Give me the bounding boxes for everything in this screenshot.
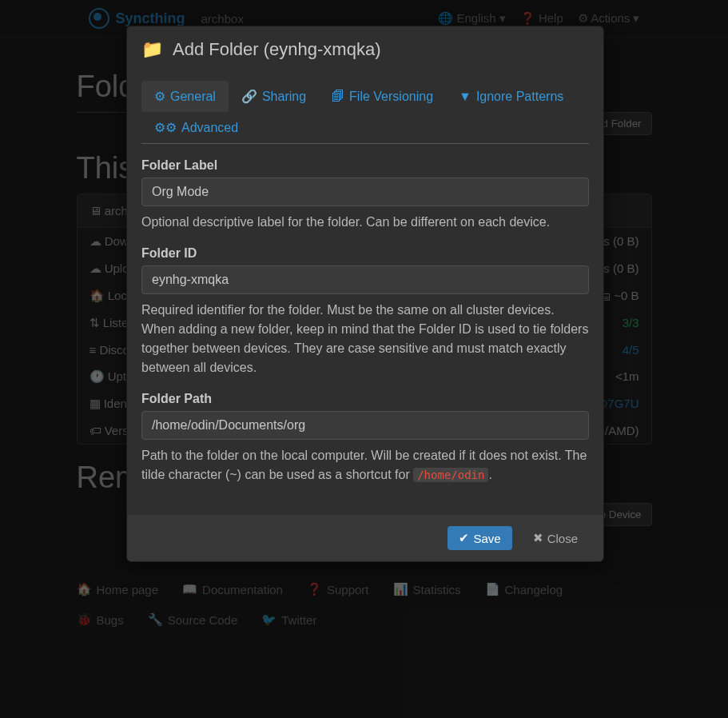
gears-icon: ⚙⚙ — [154, 120, 177, 135]
tab-advanced[interactable]: ⚙⚙ Advanced — [141, 112, 251, 143]
filter-icon: ▼ — [459, 90, 471, 104]
folder-id-label: Folder ID — [141, 246, 589, 261]
close-button[interactable]: ✖ Close — [522, 526, 589, 550]
check-icon: ✔ — [459, 531, 469, 545]
close-icon: ✖ — [533, 531, 543, 545]
share-icon: 🔗 — [241, 89, 257, 104]
folder-id-input[interactable] — [141, 265, 589, 294]
tab-sharing-label: Sharing — [262, 90, 306, 104]
add-folder-modal: 📁 Add Folder (eynhg-xmqka) ⚙ General 🔗 S… — [126, 26, 604, 562]
close-label: Close — [547, 532, 578, 545]
folder-label-input[interactable] — [141, 178, 589, 206]
tab-general[interactable]: ⚙ General — [141, 81, 229, 112]
copy-icon: 🗐 — [332, 90, 344, 104]
save-button[interactable]: ✔ Save — [448, 526, 511, 550]
tab-sharing[interactable]: 🔗 Sharing — [229, 81, 319, 112]
folder-path-help: Path to the folder on the local computer… — [141, 446, 589, 485]
save-label: Save — [473, 532, 500, 545]
folder-path-label: Folder Path — [141, 392, 589, 406]
tab-versioning-label: File Versioning — [349, 90, 433, 104]
tab-general-label: General — [170, 90, 216, 104]
folder-path-input[interactable] — [141, 411, 589, 440]
modal-tabs: ⚙ General 🔗 Sharing 🗐 File Versioning ▼ … — [141, 81, 589, 144]
tab-ignore[interactable]: ▼ Ignore Patterns — [446, 81, 576, 112]
modal-header: 📁 Add Folder (eynhg-xmqka) — [127, 26, 603, 73]
folder-id-help: Required identifier for the folder. Must… — [141, 301, 589, 377]
modal-title: Add Folder — [173, 39, 259, 59]
gear-icon: ⚙ — [154, 89, 165, 104]
folder-path-help-code: /home/odin — [413, 468, 488, 482]
modal-footer: ✔ Save ✖ Close — [127, 515, 603, 561]
folder-label-help: Optional descriptive label for the folde… — [141, 213, 589, 232]
tab-ignore-label: Ignore Patterns — [476, 90, 563, 104]
tab-advanced-label: Advanced — [181, 121, 238, 135]
folder-path-help-post: . — [488, 468, 491, 481]
folder-icon: 📁 — [141, 39, 163, 60]
modal-title-id: (eynhg-xmqka) — [264, 39, 381, 59]
folder-path-help-pre: Path to the folder on the local computer… — [141, 449, 587, 481]
tab-versioning[interactable]: 🗐 File Versioning — [319, 81, 446, 112]
folder-label-label: Folder Label — [141, 158, 589, 173]
